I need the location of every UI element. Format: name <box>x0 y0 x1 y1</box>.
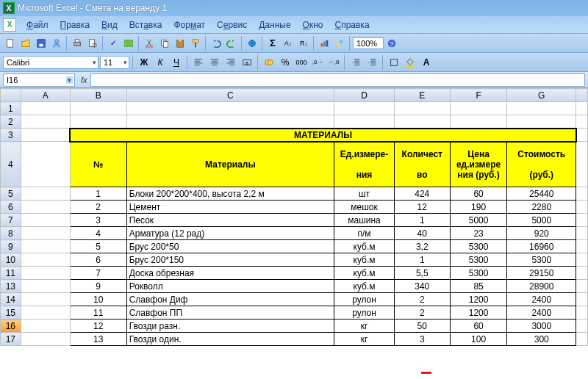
font-combo[interactable]: Calibri <box>3 56 98 69</box>
cell-price[interactable]: 190 <box>450 201 507 214</box>
cell-qty[interactable]: 40 <box>394 227 450 240</box>
cell-unit[interactable]: шт <box>334 187 395 201</box>
cell-qty[interactable]: 2 <box>394 306 450 320</box>
zoom-combo[interactable]: 100% <box>353 37 384 49</box>
cell-unit[interactable]: куб.м <box>334 267 395 280</box>
cell-name[interactable]: Арматура (12 рад) <box>126 227 334 240</box>
cell-qty[interactable]: 50 <box>394 320 450 333</box>
header-cost[interactable]: Стоимость(руб.) <box>507 142 576 187</box>
cell-price[interactable]: 60 <box>450 320 507 333</box>
research-icon[interactable] <box>121 36 136 51</box>
cell-unit[interactable]: мешок <box>334 201 395 214</box>
cell-unit[interactable]: рулон <box>334 293 395 306</box>
cell-qty[interactable]: 1 <box>394 214 450 227</box>
cell-price[interactable]: 5300 <box>450 267 507 280</box>
cell-cost[interactable]: 920 <box>507 227 576 240</box>
row-header[interactable]: 4 <box>1 142 21 187</box>
menu-help[interactable]: Справка <box>329 18 375 32</box>
undo-icon[interactable] <box>209 36 223 51</box>
menu-insert[interactable]: Вставка <box>123 18 168 32</box>
cell-qty[interactable]: 12 <box>394 201 450 214</box>
cell-num[interactable]: 5 <box>70 240 126 253</box>
cell-num[interactable]: 3 <box>70 214 126 227</box>
cell-num[interactable]: 13 <box>70 333 126 346</box>
row-header[interactable]: 3 <box>1 129 21 142</box>
header-num[interactable]: № <box>70 142 126 187</box>
formula-input[interactable] <box>90 73 585 87</box>
row-header[interactable]: 13 <box>1 280 21 293</box>
cell-qty[interactable]: 3,2 <box>394 240 450 253</box>
document-icon[interactable]: X <box>3 18 16 32</box>
cell-unit[interactable]: рулон <box>334 306 395 320</box>
menu-tools[interactable]: Сервис <box>211 18 253 32</box>
copy-icon[interactable] <box>157 36 172 51</box>
cell-price[interactable]: 5300 <box>450 253 507 267</box>
cell-price[interactable]: 23 <box>450 227 507 240</box>
cell-price[interactable]: 5000 <box>450 214 507 227</box>
cell-cost[interactable]: 28900 <box>507 280 576 293</box>
row-header[interactable]: 17 <box>1 333 21 346</box>
cell-cost[interactable]: 2400 <box>507 306 576 320</box>
merge-center-icon[interactable]: a <box>240 55 254 70</box>
autosum-icon[interactable]: Σ <box>265 36 280 51</box>
row-header[interactable]: 15 <box>1 306 21 320</box>
cell-name[interactable]: Гвозди разн. <box>126 320 334 333</box>
inc-decimal-icon[interactable]: ,0→ <box>310 55 325 70</box>
menu-data[interactable]: Данные <box>253 18 296 32</box>
name-box[interactable]: I16 <box>3 73 75 87</box>
col-header[interactable]: A <box>21 89 70 102</box>
currency-icon[interactable] <box>262 55 276 70</box>
cut-icon[interactable] <box>142 36 157 51</box>
cell-num[interactable]: 1 <box>70 187 126 201</box>
print-icon[interactable] <box>70 36 85 51</box>
redo-icon[interactable] <box>224 36 239 51</box>
menu-view[interactable]: Вид <box>96 18 123 32</box>
align-center-icon[interactable] <box>207 55 222 70</box>
cell-cost[interactable]: 29150 <box>507 267 576 280</box>
row-header[interactable]: 2 <box>1 115 21 129</box>
cell-num[interactable]: 9 <box>70 280 126 293</box>
cell-price[interactable]: 60 <box>450 187 507 201</box>
format-painter-icon[interactable] <box>188 36 203 51</box>
cell-cost[interactable]: 300 <box>507 333 576 346</box>
row-header[interactable]: 9 <box>1 240 21 253</box>
cell-num[interactable]: 10 <box>70 293 126 306</box>
chart-icon[interactable] <box>317 36 331 51</box>
cell-qty[interactable]: 424 <box>394 187 450 201</box>
cell-cost[interactable]: 2280 <box>507 201 576 214</box>
row-header[interactable]: 14 <box>1 293 21 306</box>
cell-price[interactable]: 1200 <box>450 306 507 320</box>
cell-name[interactable]: Славфон Диф <box>126 293 334 306</box>
align-left-icon[interactable] <box>191 55 206 70</box>
cell-cost[interactable]: 5000 <box>507 214 576 227</box>
size-combo[interactable]: 11 <box>100 56 129 69</box>
cell-cost[interactable]: 3000 <box>507 320 576 333</box>
header-unit[interactable]: Ед.измере-ния <box>334 142 395 187</box>
row-header[interactable]: 1 <box>1 102 21 115</box>
align-right-icon[interactable] <box>223 55 238 70</box>
col-header[interactable]: B <box>70 89 126 102</box>
col-header[interactable]: F <box>450 89 507 102</box>
sort-asc-icon[interactable]: A↓ <box>281 36 295 51</box>
cell-qty[interactable]: 5,5 <box>394 267 450 280</box>
cell-name[interactable]: Песок <box>126 214 334 227</box>
cell-qty[interactable]: 3 <box>394 333 450 346</box>
col-header[interactable]: C <box>126 89 334 102</box>
border-icon[interactable] <box>387 55 401 70</box>
cell-cost[interactable]: 5300 <box>507 253 576 267</box>
fill-color-icon[interactable] <box>403 55 417 70</box>
cell-num[interactable]: 11 <box>70 306 126 320</box>
worksheet-grid[interactable]: A B C D E F G 1 2 3 МАТЕРИАЛЫ 4 № Матери… <box>0 88 588 379</box>
menu-file[interactable]: Файл <box>21 18 54 32</box>
underline-icon[interactable]: Ч <box>169 55 184 70</box>
cell-cost[interactable]: 16960 <box>507 240 576 253</box>
sort-desc-icon[interactable]: Я↓ <box>296 36 311 51</box>
cell-num[interactable]: 7 <box>70 267 126 280</box>
dec-decimal-icon[interactable]: ←,0 <box>326 55 341 70</box>
cell-qty[interactable]: 2 <box>394 293 450 306</box>
save-icon[interactable] <box>34 36 49 51</box>
cell-unit[interactable]: куб.м <box>334 253 395 267</box>
cell-unit[interactable]: п/м <box>334 227 395 240</box>
drawing-icon[interactable] <box>332 36 347 51</box>
cell-num[interactable]: 6 <box>70 253 126 267</box>
